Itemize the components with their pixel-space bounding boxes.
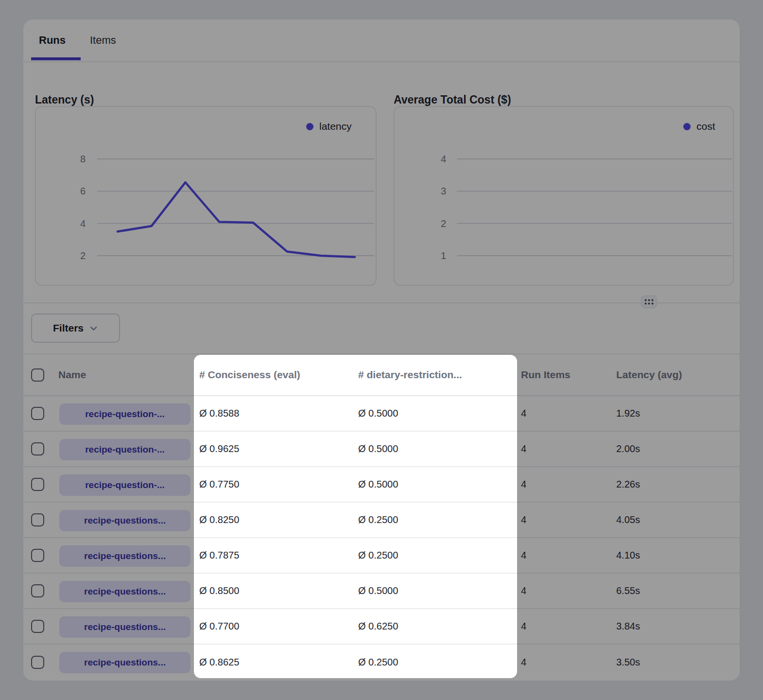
row-checkbox[interactable] — [31, 407, 44, 420]
conciseness-score: Ø 0.8625 — [199, 645, 239, 680]
cost-chart-card: 1234 cost — [394, 106, 734, 286]
column-header-name[interactable]: Name — [58, 354, 86, 395]
run-name-badge[interactable]: recipe-questions... — [59, 652, 191, 673]
latency-legend-label: latency — [319, 121, 352, 132]
table-row: recipe-question-... Ø 0.8588 Ø 0.5000 4 … — [23, 396, 740, 432]
latency-avg-value: 2.00s — [616, 432, 640, 466]
column-header-dietary-restriction[interactable]: # dietary-restriction... — [358, 354, 462, 395]
conciseness-score: Ø 0.9625 — [199, 432, 239, 466]
latency-chart-title: Latency (s) — [35, 93, 94, 106]
run-items-count: 4 — [521, 467, 526, 502]
row-checkbox-cell — [31, 467, 44, 502]
dietary-restriction-score: Ø 0.2500 — [358, 645, 398, 680]
run-items-count: 4 — [521, 432, 526, 466]
row-checkbox-cell — [31, 574, 44, 608]
table-row: recipe-question-... Ø 0.7750 Ø 0.5000 4 … — [23, 467, 740, 503]
conciseness-score: Ø 0.8500 — [199, 574, 239, 608]
row-checkbox-cell — [31, 609, 44, 644]
svg-text:6: 6 — [80, 186, 86, 196]
run-name-badge[interactable]: recipe-questions... — [59, 545, 191, 567]
cost-legend: cost — [683, 121, 715, 132]
dietary-restriction-score: Ø 0.5000 — [358, 574, 398, 608]
latency-avg-value: 4.10s — [616, 538, 640, 573]
select-all-checkbox-cell — [31, 354, 44, 395]
column-header-run-items[interactable]: Run Items — [521, 354, 571, 395]
conciseness-score: Ø 0.7875 — [199, 538, 239, 573]
row-checkbox-cell — [31, 396, 44, 431]
dietary-restriction-score: Ø 0.5000 — [358, 432, 398, 466]
latency-chart-card: 2468 latency — [35, 106, 377, 286]
row-checkbox-cell — [31, 503, 44, 537]
row-checkbox[interactable] — [31, 656, 44, 669]
page-background: Runs Items Latency (s) Average Total Cos… — [0, 0, 763, 700]
latency-avg-value: 2.26s — [616, 467, 640, 502]
column-header-conciseness[interactable]: # Conciseness (eval) — [199, 354, 300, 395]
run-items-count: 4 — [521, 396, 526, 431]
table-row: recipe-questions... Ø 0.8250 Ø 0.2500 4 … — [23, 503, 740, 538]
conciseness-score: Ø 0.7750 — [199, 467, 239, 502]
latency-legend: latency — [306, 121, 352, 132]
conciseness-score: Ø 0.8250 — [199, 503, 239, 537]
run-items-count: 4 — [521, 503, 526, 537]
latency-avg-value: 3.50s — [616, 645, 640, 680]
conciseness-score: Ø 0.7700 — [199, 609, 239, 644]
cost-legend-label: cost — [696, 121, 715, 132]
cost-chart-title: Average Total Cost ($) — [394, 93, 511, 106]
run-items-count: 4 — [521, 538, 526, 573]
row-checkbox[interactable] — [31, 478, 44, 491]
conciseness-score: Ø 0.8588 — [199, 396, 239, 431]
latency-avg-value: 6.55s — [616, 574, 640, 608]
cost-line-chart: 1234 — [395, 107, 733, 285]
tab-bar: Runs Items — [23, 19, 740, 62]
row-checkbox-cell — [31, 432, 44, 466]
latency-line-chart: 2468 — [36, 107, 376, 285]
filters-button[interactable]: Filters — [31, 314, 120, 343]
svg-text:2: 2 — [80, 250, 86, 261]
table-row: recipe-questions... Ø 0.8625 Ø 0.2500 4 … — [23, 645, 740, 680]
row-checkbox[interactable] — [31, 584, 44, 597]
row-checkbox[interactable] — [31, 620, 44, 633]
svg-text:4: 4 — [441, 154, 446, 164]
run-name-badge[interactable]: recipe-questions... — [59, 581, 191, 602]
tab-runs[interactable]: Runs — [39, 34, 66, 47]
svg-text:8: 8 — [80, 154, 86, 164]
column-header-latency-avg[interactable]: Latency (avg) — [616, 354, 682, 395]
dietary-restriction-score: Ø 0.5000 — [358, 396, 398, 431]
row-checkbox-cell — [31, 538, 44, 573]
run-name-badge[interactable]: recipe-question-... — [59, 439, 191, 460]
latency-avg-value: 3.84s — [616, 609, 640, 644]
table-row: recipe-questions... Ø 0.8500 Ø 0.5000 4 … — [23, 574, 740, 609]
svg-text:2: 2 — [441, 218, 446, 229]
row-checkbox[interactable] — [31, 513, 44, 526]
run-items-count: 4 — [521, 609, 526, 644]
cost-legend-dot-icon — [683, 123, 691, 130]
run-name-badge[interactable]: recipe-questions... — [59, 510, 191, 531]
dietary-restriction-score: Ø 0.5000 — [358, 467, 398, 502]
table-header-row: Name # Conciseness (eval) # dietary-rest… — [23, 353, 740, 396]
row-checkbox[interactable] — [31, 442, 44, 455]
resize-drag-handle[interactable] — [641, 296, 657, 308]
tab-items[interactable]: Items — [90, 34, 116, 47]
run-name-badge[interactable]: recipe-question-... — [59, 474, 191, 496]
svg-text:1: 1 — [441, 250, 446, 261]
run-name-badge[interactable]: recipe-questions... — [59, 616, 191, 638]
latency-avg-value: 4.05s — [616, 503, 640, 537]
row-checkbox[interactable] — [31, 549, 44, 562]
table-row: recipe-questions... Ø 0.7875 Ø 0.2500 4 … — [23, 538, 740, 574]
latency-avg-value: 1.92s — [616, 396, 640, 431]
run-items-count: 4 — [521, 645, 526, 680]
dietary-restriction-score: Ø 0.2500 — [358, 538, 398, 573]
run-name-badge[interactable]: recipe-question-... — [59, 403, 191, 425]
row-checkbox-cell — [31, 645, 44, 680]
select-all-checkbox[interactable] — [31, 368, 44, 382]
active-tab-indicator — [31, 57, 81, 60]
runs-panel: Runs Items Latency (s) Average Total Cos… — [23, 19, 740, 681]
table-row: recipe-question-... Ø 0.9625 Ø 0.5000 4 … — [23, 432, 740, 467]
filters-button-label: Filters — [53, 322, 84, 334]
svg-text:4: 4 — [80, 218, 86, 229]
table-row: recipe-questions... Ø 0.7700 Ø 0.6250 4 … — [23, 609, 740, 645]
section-divider — [23, 302, 740, 303]
chevron-down-icon — [89, 324, 98, 333]
run-items-count: 4 — [521, 574, 526, 608]
drag-dots-icon — [644, 298, 654, 305]
